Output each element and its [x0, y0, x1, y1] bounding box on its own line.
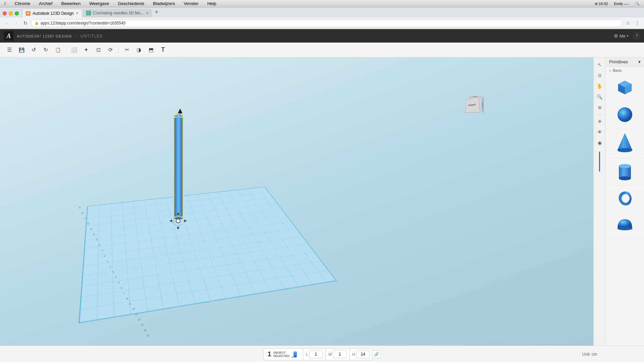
tab-favicon-123d: A [26, 11, 31, 16]
L-input[interactable] [309, 350, 323, 358]
refresh-btn[interactable]: ⟳ [105, 45, 116, 55]
move-west-arrow [169, 220, 172, 222]
menubar-time: di 16:02 [593, 1, 609, 6]
bookmark-btn[interactable]: ☆ [624, 19, 632, 27]
primitive-torus[interactable] [606, 185, 644, 213]
chrome-menu-btn[interactable]: ⋮ [633, 19, 641, 27]
select-tool-btn[interactable]: ↖ [595, 60, 604, 69]
cylinder-object[interactable] [174, 114, 183, 220]
transform-icon: ⊡ [96, 47, 101, 53]
more-icon: ◉ [598, 140, 602, 145]
new-tab-btn[interactable]: + [153, 8, 161, 16]
add-icon: + [85, 46, 88, 53]
weergave-menu[interactable]: Weergave [88, 1, 111, 6]
menubar-search[interactable]: 🔍 [633, 1, 641, 6]
help-menu[interactable]: Help [206, 1, 218, 6]
save-btn[interactable]: 💾 [16, 45, 27, 55]
snap-icon: ⬒ [149, 47, 154, 53]
fit-icon: ⊞ [598, 105, 601, 110]
primitives-panel: Primitives ▾ ⌄ Basic [605, 57, 644, 346]
tab-label-123d: Autodesk 123D Design [33, 11, 74, 16]
help-btn[interactable]: ? [633, 33, 640, 39]
orbit-tool-btn[interactable]: ⊙ [595, 71, 604, 80]
primitives-expand-icon[interactable]: ▾ [638, 59, 641, 64]
status-selection-group: 1 OBJECT SELECTED L W [263, 348, 381, 360]
redo-btn[interactable]: ↻ [40, 45, 51, 55]
tab-close-123d[interactable]: ✕ [76, 11, 78, 15]
group-btn[interactable]: ◑ [133, 45, 144, 55]
more-options-btn[interactable]: ◉ [595, 138, 604, 147]
reload-btn[interactable]: ↻ [21, 19, 30, 27]
snap-btn[interactable]: ⬒ [146, 45, 156, 55]
clipboard-icon: 📋 [55, 47, 61, 53]
archief-menu[interactable]: Archief [37, 1, 54, 6]
pan-tool-btn[interactable]: ✋ [595, 81, 604, 91]
close-window-btn[interactable] [3, 11, 7, 15]
chevron-down-icon: ▾ [627, 34, 629, 38]
transform-btn[interactable]: ⊡ [93, 45, 104, 55]
tab-123d[interactable]: A Autodesk 123D Design ✕ [22, 9, 82, 17]
primitive-box[interactable] [606, 74, 644, 101]
forward-btn[interactable]: › [12, 19, 20, 27]
bewerken-menu[interactable]: Bewerken [59, 1, 82, 6]
add-shape-btn[interactable]: + [81, 45, 92, 55]
pan-icon: ✋ [597, 83, 602, 89]
minimize-window-btn[interactable] [9, 11, 13, 15]
selection-info: 1 OBJECT SELECTED [263, 348, 303, 360]
chrome-menu[interactable]: Chrome [13, 1, 32, 6]
menu-btn[interactable]: ☰ [4, 45, 15, 55]
primitives-header: Primitives ▾ [606, 57, 644, 67]
apple-menu[interactable]:  [3, 1, 8, 6]
cylinder-shape-icon [615, 162, 635, 182]
sketch-btn[interactable]: ⬜ [69, 45, 79, 55]
maximize-window-btn[interactable] [15, 11, 19, 15]
cone-shape-icon [615, 132, 635, 155]
W-input[interactable] [333, 350, 346, 358]
view-cube-container[interactable]: FRONT TOP RIGHT [464, 94, 487, 116]
svg-line-14 [291, 357, 293, 358]
redo-icon: ↻ [44, 47, 48, 53]
svg-point-10 [618, 227, 632, 230]
svg-rect-11 [293, 352, 297, 357]
cube-top-label: TOP [473, 97, 478, 97]
tab-close-crochet[interactable]: ✕ [146, 11, 149, 15]
sphere-shape-icon [615, 105, 635, 125]
zoom-extent-btn[interactable]: ⊕ [595, 117, 604, 126]
clipboard-btn[interactable]: 📋 [52, 45, 63, 55]
address-bar[interactable]: 🔒 apps.123dapp.com/design/?contentid=163… [31, 19, 623, 27]
chrome-toolbar: ‹ › ↻ 🔒 apps.123dapp.com/design/?content… [0, 17, 644, 29]
primitive-cylinder[interactable] [606, 158, 644, 185]
viewport-3d[interactable]: -9-8-7-6-5-4-3-2-10 123456789 1011121314… [0, 57, 593, 346]
toolbar-sep-1 [66, 46, 66, 54]
venster-menu[interactable]: Venster [182, 1, 200, 6]
cut-btn[interactable]: ✂ [121, 45, 132, 55]
H-label: H [352, 352, 355, 356]
svg-point-13 [293, 356, 297, 357]
toolbar-sep-2 [118, 46, 119, 54]
lock-dimensions-btn[interactable]: 🔗 [373, 350, 381, 358]
cube-face-front: FRONT [465, 97, 480, 113]
scale-numbers: -9-8-7-6-5-4-3-2-10 123456789 1011121314… [112, 196, 115, 346]
view-options-btn[interactable]: 👁 [595, 127, 604, 137]
zoom-tool-btn[interactable]: 🔍 [595, 92, 604, 102]
sketch-icon: ⬜ [71, 47, 77, 53]
back-btn[interactable]: ‹ [3, 19, 11, 27]
svg-point-6 [618, 148, 632, 152]
tab-crochet[interactable]: C Crocheting needles 3D Mo... ✕ [83, 9, 152, 17]
main-toolbar: ☰ 💾 ↺ ↻ 📋 ⬜ + ⊡ ⟳ ✂ ◑ [0, 43, 644, 57]
geschiedenis-menu[interactable]: Geschiedenis [116, 1, 146, 6]
status-bar: 1 OBJECT SELECTED L W [0, 346, 644, 362]
primitive-halfsphere[interactable] [606, 213, 644, 240]
brand-text: AUTODESK² 123D² DESIGN [17, 34, 72, 38]
view-cube[interactable]: FRONT TOP RIGHT [464, 94, 487, 116]
fit-tool-btn[interactable]: ⊞ [595, 103, 604, 112]
cylinder-body [174, 118, 183, 217]
user-settings-btn[interactable]: ⚙ Me ▾ [612, 33, 631, 39]
text-btn[interactable]: T [158, 45, 168, 55]
primitive-sphere[interactable] [606, 101, 644, 128]
primitive-cone[interactable] [606, 128, 644, 158]
undo-btn[interactable]: ↺ [28, 45, 39, 55]
bladwijzers-menu[interactable]: Bladwijzers [151, 1, 177, 6]
H-input[interactable] [356, 350, 370, 358]
move-handle[interactable] [169, 212, 187, 230]
